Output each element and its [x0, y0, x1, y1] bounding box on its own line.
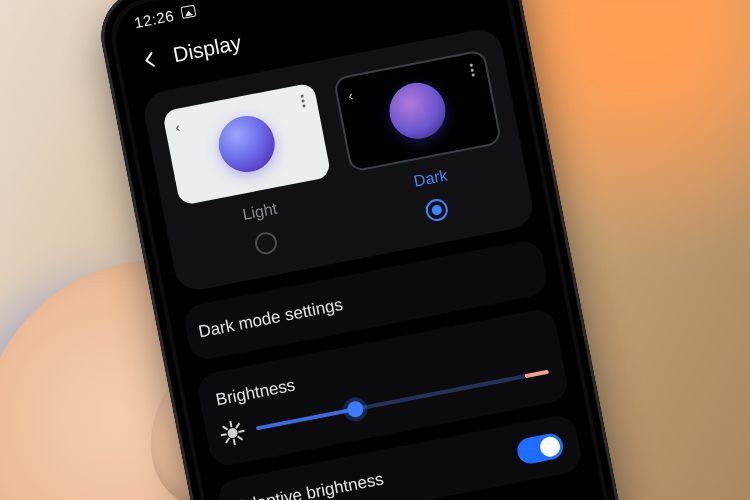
theme-radio-dark[interactable] — [424, 197, 450, 223]
screenshot-icon — [180, 5, 196, 19]
brightness-slider-thumb[interactable] — [346, 400, 365, 419]
theme-option-dark[interactable]: ‹ Dark — [333, 49, 515, 235]
more-icon — [300, 94, 305, 107]
theme-preview-dark: ‹ — [333, 49, 502, 173]
theme-option-light[interactable]: ‹ Light — [162, 82, 344, 268]
chevron-left-icon: ‹ — [347, 87, 355, 104]
theme-preview-light: ‹ — [162, 82, 331, 206]
dark-mode-settings-label: Dark mode settings — [197, 295, 344, 342]
theme-label-light: Light — [241, 200, 279, 224]
more-icon — [470, 63, 475, 76]
adaptive-brightness-toggle[interactable] — [515, 431, 565, 465]
status-time: 12:26 — [133, 6, 176, 30]
chevron-left-icon: ‹ — [174, 119, 182, 136]
theme-label-dark: Dark — [412, 167, 449, 191]
back-button[interactable] — [131, 40, 171, 80]
adaptive-brightness-label: Adaptive brightness — [235, 469, 385, 500]
page-title: Display — [171, 30, 243, 67]
theme-radio-light[interactable] — [253, 230, 279, 256]
brightness-icon — [221, 421, 244, 444]
